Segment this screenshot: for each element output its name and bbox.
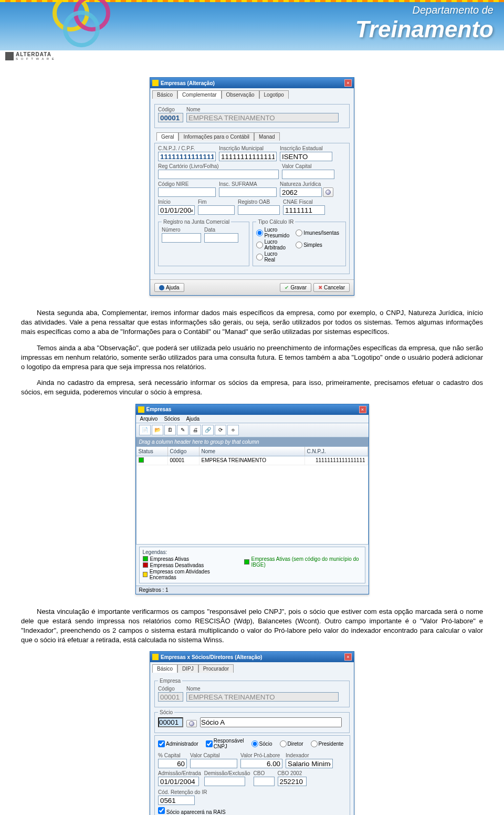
idx-input[interactable] (286, 759, 333, 768)
radio-simples[interactable]: Simples (296, 239, 339, 250)
gravar-button[interactable]: ✔Gravar (280, 283, 311, 292)
oab-input[interactable] (238, 205, 280, 215)
ini-input[interactable] (158, 205, 195, 215)
nat-lookup-button[interactable] (323, 187, 333, 197)
ret-input[interactable] (158, 796, 195, 805)
vpl-input[interactable] (240, 759, 282, 768)
adm-input[interactable] (158, 777, 199, 786)
data-grid[interactable]: Status Código Nome C.N.P.J. 00001 EMPRES… (136, 446, 369, 545)
socio-nome-input (200, 717, 342, 727)
cbo-label: CBO (254, 770, 275, 776)
close-button[interactable]: × (359, 406, 366, 413)
app-icon (152, 80, 159, 86)
tab-info-contabil[interactable]: Informações para o Contábil (178, 132, 254, 141)
tb-open[interactable]: 📂 (152, 425, 163, 435)
im-input[interactable] (219, 152, 277, 161)
socio-lookup-button[interactable] (186, 720, 197, 727)
adm-label: Admissão/Entrada (158, 770, 201, 776)
tab-manad[interactable]: Manad (254, 132, 280, 141)
socio-cod-input[interactable] (158, 717, 183, 727)
cell-codigo: 00001 (168, 456, 200, 465)
close-button[interactable]: × (344, 653, 352, 661)
tab-complementar[interactable]: Complementar (177, 90, 222, 99)
tb-link[interactable]: 🔗 (202, 425, 214, 435)
tb-new[interactable]: 📄 (139, 425, 151, 435)
cnae-input[interactable] (283, 205, 325, 215)
dem-label: Demissão/Exclusão (204, 770, 250, 776)
check-rais[interactable]: Sócio aparecerá na RAIS (158, 809, 226, 815)
oab-label: Registro OAB (238, 199, 280, 205)
suf-input[interactable] (219, 187, 277, 197)
ie-input[interactable] (280, 152, 332, 161)
window-title: Empresas (146, 406, 172, 412)
reg-input[interactable] (158, 170, 279, 179)
titlebar[interactable]: Empresas (Alteração) × (150, 78, 354, 88)
tab-procurador[interactable]: Procurador (198, 664, 234, 673)
paragraph-3: Ainda no cadastro da empresa, será neces… (21, 378, 483, 397)
menu-ajuda[interactable]: Ajuda (186, 416, 200, 422)
tab-basico[interactable]: Básico (152, 664, 177, 673)
radio-lucro-arbitrado[interactable]: Lucro Arbitrado (256, 239, 289, 250)
table-row[interactable]: 00001 EMPRESA TREINAMENTO 11111111111111… (136, 456, 368, 465)
cbo-input[interactable] (254, 777, 275, 786)
tb-refresh[interactable]: ⟳ (215, 425, 226, 435)
vcap-label: Valor Capital (190, 753, 237, 758)
check-resp-cnpj[interactable]: Responsável CNPJ (206, 738, 244, 749)
legends: Legendas: Empresas Ativas Empresas Desat… (139, 547, 365, 583)
tb-print[interactable]: 🖨 (190, 425, 201, 435)
close-button[interactable]: × (344, 79, 352, 87)
cancelar-button[interactable]: ✖Cancelar (313, 283, 350, 292)
radio-socio[interactable]: Sócio (251, 738, 272, 749)
col-nome[interactable]: Nome (200, 447, 305, 456)
col-status[interactable]: Status (136, 447, 168, 456)
radio-diretor[interactable]: Diretor (280, 738, 303, 749)
check-admin[interactable]: Administrador (158, 738, 198, 749)
nome-input (186, 692, 339, 702)
menu-socios[interactable]: Sócios (164, 416, 180, 422)
titlebar[interactable]: Empresas x Sócios/Diretores (Alteração) … (150, 652, 354, 662)
cbo2-input[interactable] (278, 777, 307, 786)
tab-basico[interactable]: Básico (152, 90, 177, 99)
vcap-input[interactable] (282, 170, 334, 179)
nire-input[interactable] (158, 187, 216, 197)
vcap-input[interactable] (190, 759, 237, 768)
tab-dipj[interactable]: DIPJ (177, 664, 198, 673)
paragraph-1: Nesta segunda aba, Complementar, iremos … (21, 308, 483, 337)
alterdata-logo: ALTERDATA S O F T W A R E (0, 50, 504, 61)
cbo2-label: CBO 2002 (278, 770, 307, 776)
fim-input[interactable] (198, 205, 235, 215)
col-codigo[interactable]: Código (168, 447, 200, 456)
tb-cal[interactable]: 🗓 (164, 425, 176, 435)
group-by-header[interactable]: Drag a column header here to group by th… (136, 437, 369, 446)
num-input[interactable] (162, 233, 201, 243)
status-square-icon (139, 457, 144, 463)
radio-presidente[interactable]: Presidente (311, 738, 344, 749)
nat-input[interactable] (280, 187, 322, 197)
window-socios-diretores: Empresas x Sócios/Diretores (Alteração) … (150, 651, 354, 815)
radio-lucro-presumido[interactable]: Lucro Presumido (256, 227, 289, 238)
data-input[interactable] (204, 233, 238, 243)
im-label: Inscrição Municipal (219, 145, 277, 151)
dem-input[interactable] (204, 777, 245, 786)
radio-imunes[interactable]: Imunes/Isentas (296, 227, 339, 238)
ret-label: Cód. Retenção do IR (158, 789, 207, 795)
ini-label: Início (158, 199, 195, 205)
alterdata-name: ALTERDATA (16, 51, 55, 57)
tab-observacao[interactable]: Observação (222, 90, 259, 99)
flag-icon (143, 556, 148, 561)
tb-door[interactable]: ⎆ (227, 425, 239, 435)
codigo-input (158, 113, 183, 122)
cnpj-label: C.N.P.J. / C.P.F. (158, 145, 216, 151)
help-button[interactable]: Ajuda (154, 283, 184, 292)
window-title: Empresas x Sócios/Diretores (Alteração) (161, 654, 262, 660)
radio-lucro-real[interactable]: Lucro Real (256, 251, 289, 263)
banner-title: Treinamento (355, 16, 494, 43)
pcap-input[interactable] (158, 759, 187, 768)
titlebar[interactable]: Empresas × (136, 404, 369, 415)
cnpj-input[interactable] (158, 152, 216, 161)
tab-logotipo[interactable]: Logotipo (259, 90, 289, 99)
tab-geral[interactable]: Geral (156, 132, 178, 141)
tb-edit[interactable]: ✎ (177, 425, 188, 435)
menu-arquivo[interactable]: Arquivo (140, 416, 158, 422)
col-cnpj[interactable]: C.N.P.J. (305, 447, 368, 456)
